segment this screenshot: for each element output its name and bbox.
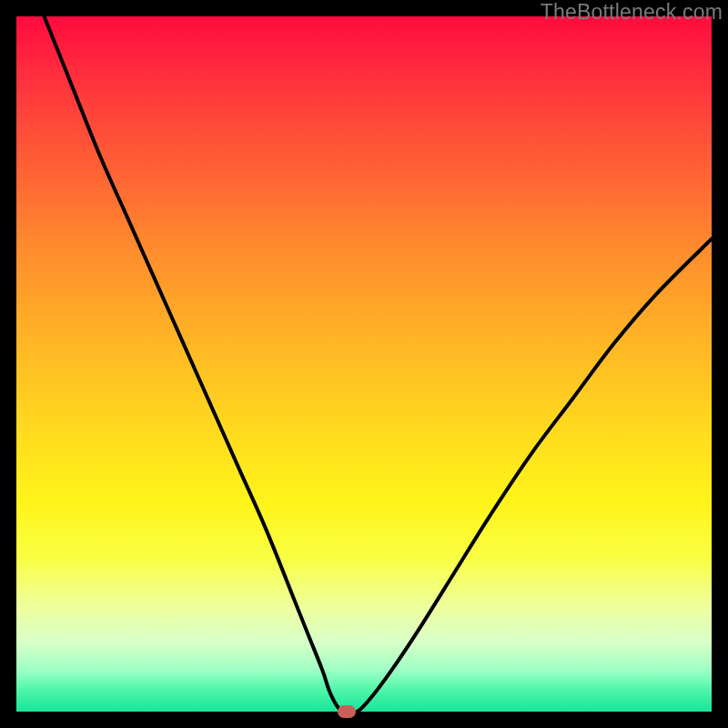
watermark-text: TheBottleneck.com xyxy=(541,0,723,25)
optimum-marker xyxy=(338,705,356,718)
bottleneck-curve xyxy=(16,16,712,712)
plot-area xyxy=(16,16,712,712)
curve-path xyxy=(45,16,712,712)
chart-frame: TheBottleneck.com xyxy=(0,0,728,728)
